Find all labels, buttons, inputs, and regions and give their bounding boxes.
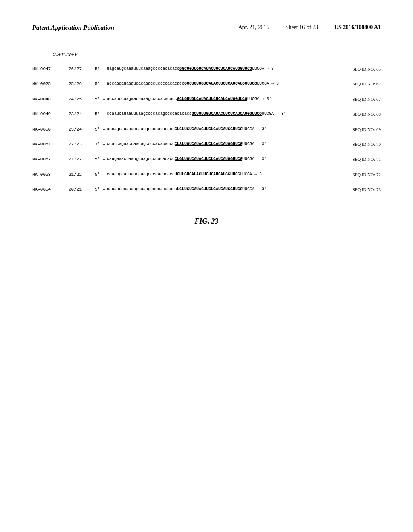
sequence: cauaaugcauaugcaaagccccacacaccUGUUGUCAUAC… [107, 187, 332, 192]
seq-id-label: SEQ ID NO: 71 [332, 156, 381, 162]
figure-label: FIG. 23 [32, 217, 381, 226]
prime-label: 5' – [95, 187, 107, 193]
seq-arrow: → 3' [257, 157, 267, 161]
sequence: caugaaacuaaugcaagccccacacaccCUGUUGUCAUAC… [107, 156, 332, 162]
prime-label: 5' – [95, 81, 107, 87]
seq-normal-part: accaagauaaaugacaaagcuccccacacacc [107, 81, 184, 86]
seq-arrow: → 3' [257, 142, 267, 146]
sequence: ccaaucauaauuuaagccccacagccccacacaccGCUGU… [107, 111, 332, 117]
nk-id: NK-0025 [32, 81, 69, 87]
xy-value: 21/22 [69, 156, 95, 162]
seq-underline-part: GGCUGUUGUCAUACUUCUCAUCAUGGUUCG [184, 81, 257, 86]
xy-value: 25/26 [69, 81, 95, 87]
nk-id: NK-0047 [32, 66, 69, 72]
seq-underline-part: GGCUGUUGUCAUACUUCUCAUCAUGGUUCG [179, 66, 252, 71]
seq-suffix: UUCGA [252, 66, 264, 71]
table-row: NK-0052 21/22 5' – caugaaacuaaugcaagcccc… [32, 156, 381, 162]
page: Patent Application Publication Apr. 21, … [0, 0, 413, 532]
seq-underline-part: CUGUUGUCAUACUUCUCAUCAUGGUUCG [175, 157, 242, 161]
seq-normal-part: accauucaagaauuaaagccccacacacc [107, 97, 177, 101]
seq-arrow: → 3' [257, 187, 267, 191]
seq-suffix: UUCGA [262, 112, 274, 116]
seq-normal-part: uagcaugcaaauuucaaagccccacacacc [107, 66, 179, 71]
seq-normal-part: caugaaacuaaugcaagccccacacacc [107, 157, 175, 161]
table-row: NK-0025 25/26 5' – accaagauaaaugacaaagcu… [32, 81, 381, 87]
seq-underline-part: UGUUGUCAUACUUCUCAUCAUGGUUCG [175, 172, 240, 177]
table-row: NK-0054 20/21 5' – cauaaugcauaugcaaagccc… [32, 187, 381, 193]
header: Patent Application Publication Apr. 21, … [32, 24, 381, 35]
seq-id-label: SEQ ID NO: 73 [332, 187, 381, 193]
xy-value: 22/23 [69, 141, 95, 148]
seq-underline-part: GCUGUUGUCAUACUUCUCAUCAUGGUUCG [192, 112, 262, 116]
nk-id: NK-0054 [32, 187, 69, 193]
table-row: NK-0050 23/24 5' – accagcauaaacuaaugcccc… [32, 127, 381, 133]
seq-suffix: UUCGA [247, 97, 259, 101]
nk-id: NK-0050 [32, 127, 69, 133]
nk-id: NK-0051 [32, 141, 69, 148]
seq-arrow: → 3' [257, 127, 267, 131]
seq-normal-part: accagcauaaacuaaugccccacacacc [107, 127, 175, 131]
nk-id: NK-0053 [32, 172, 69, 178]
seq-underline-part: GCUGUUGUCAUACUUCUCAUCAUGGUUCG [177, 97, 247, 101]
sequence-table: NK-0047 26/27 5' – uagcaugcaaauuucaaagcc… [32, 66, 381, 193]
prime-label: 5' – [95, 172, 107, 178]
seq-id-label: SEQ ID NO: 65 [332, 66, 381, 72]
sequence: accauucaagaauuaaagccccacacaccGCUGUUGUCAU… [107, 96, 332, 102]
prime-label: 5' – [95, 127, 107, 133]
seq-underline-part: UGUUGUCAUACUUCUCAUCAUGGUUCG [177, 187, 242, 191]
seq-arrow: → 3' [271, 81, 281, 86]
seq-arrow: → 3' [267, 66, 276, 71]
header-title: Patent Application Publication [32, 24, 114, 31]
seq-arrow: → 3' [276, 112, 286, 116]
seq-suffix: UUCGA [242, 127, 254, 131]
seq-suffix: UUCGA [242, 142, 254, 146]
prime-label: 5' – [95, 96, 107, 102]
table-row: NK-0049 23/24 5' – ccaaucauaauuuaagcccca… [32, 111, 381, 117]
xy-value: 21/22 [69, 172, 95, 178]
xy-value: 26/27 [69, 66, 95, 72]
header-meta: Apr. 21, 2016 Sheet 16 of 23 US 2016/108… [238, 24, 381, 31]
table-row: NK-0051 22/23 3' – ccaucagaacuaacagcccca… [32, 141, 381, 148]
seq-id-label: SEQ ID NO: 72 [332, 172, 381, 178]
sequence: ccaaugcauaaucaaagccccacacaccUGUUGUCAUACU… [107, 172, 332, 177]
header-sheet: Sheet 16 of 23 [286, 24, 318, 31]
seq-id-label: SEQ ID NO: 68 [332, 111, 381, 117]
table-row: NK-0053 21/22 5' – ccaaugcauaaucaaagcccc… [32, 172, 381, 178]
sequence: accaagauaaaugacaaagcuccccacacaccGGCUGUUG… [107, 81, 332, 87]
xy-value: 20/21 [69, 187, 95, 193]
seq-arrow: → 3' [262, 97, 271, 101]
seq-id-label: SEQ ID NO: 67 [332, 96, 381, 102]
content: Xₑ+Yₑ/X+Y NK-0047 26/27 5' – uagcaugcaaa… [32, 52, 381, 193]
seq-suffix: UUCGA [240, 172, 252, 177]
seq-normal-part: ccaaugcauaaucaaagccccacacacc [107, 172, 175, 177]
seq-suffix: UUCGA [257, 81, 269, 86]
prime-label: 5' – [95, 111, 107, 117]
column-header: Xₑ+Yₑ/X+Y [52, 52, 381, 58]
seq-id-label: SEQ ID NO: 62 [332, 81, 381, 87]
xy-value: 24/25 [69, 96, 95, 102]
nk-id: NK-0052 [32, 156, 69, 162]
prime-label: 3' – [95, 141, 107, 148]
seq-suffix: UUCGA [242, 187, 254, 191]
nk-id: NK-0048 [32, 96, 69, 102]
seq-underline-part: CUSUUGUCAUACUUCUCAUCAUGGUUCG [175, 142, 242, 146]
prime-label: 5' – [95, 66, 107, 72]
seq-id-label: SEQ ID NO: 70 [332, 141, 381, 148]
seq-normal-part: cauaaugcauaugcaaagccccacacacc [107, 187, 177, 191]
nk-id: NK-0049 [32, 111, 69, 117]
header-pub-number: US 2016/108400 A1 [334, 24, 381, 31]
xy-value: 23/24 [69, 127, 95, 133]
table-row: NK-0048 24/25 5' – accauucaagaauuaaagccc… [32, 96, 381, 102]
table-row: NK-0047 26/27 5' – uagcaugcaaauuucaaagcc… [32, 66, 381, 72]
header-date: Apr. 21, 2016 [238, 24, 269, 31]
xy-value: 23/24 [69, 111, 95, 117]
seq-normal-part: ccaaucauaauuuaagccccacagccccacacacc [107, 112, 192, 116]
seq-arrow: → 3' [254, 172, 264, 177]
seq-suffix: UUCGA [242, 157, 254, 161]
sequence: ccaucagaacuaacagccccacapauccCUSUUGUCAUAC… [107, 141, 332, 147]
sequence: accagcauaaacuaaugccccacacaccCUGUUGUCAUAC… [107, 127, 332, 132]
seq-underline-part: CUGUUGUCAUACUUCUCAUCAUGGUUCG [175, 127, 242, 131]
sequence: uagcaugcaaauuucaaagccccacacaccGGCUGUUGUC… [107, 66, 332, 72]
prime-label: 5' – [95, 156, 107, 162]
header-date-sheet: Apr. 21, 2016 Sheet 16 of 23 US 2016/108… [238, 24, 381, 31]
